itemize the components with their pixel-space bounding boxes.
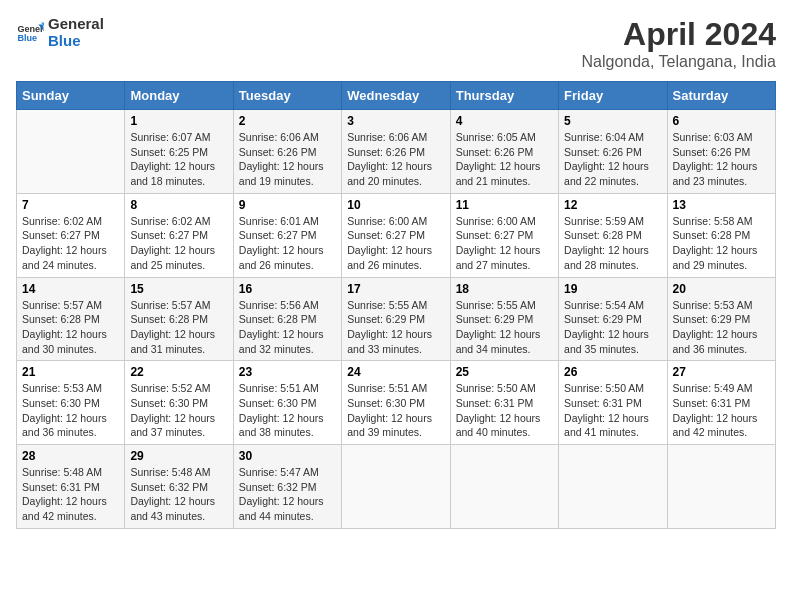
day-number: 15 [130, 282, 227, 296]
day-info: Sunrise: 6:07 AM Sunset: 6:25 PM Dayligh… [130, 130, 227, 189]
day-cell: 15Sunrise: 5:57 AM Sunset: 6:28 PM Dayli… [125, 277, 233, 361]
col-header-wednesday: Wednesday [342, 82, 450, 110]
col-header-friday: Friday [559, 82, 667, 110]
day-number: 13 [673, 198, 770, 212]
day-cell: 25Sunrise: 5:50 AM Sunset: 6:31 PM Dayli… [450, 361, 558, 445]
day-info: Sunrise: 5:55 AM Sunset: 6:29 PM Dayligh… [456, 298, 553, 357]
title-block: April 2024 Nalgonda, Telangana, India [581, 16, 776, 71]
day-cell: 6Sunrise: 6:03 AM Sunset: 6:26 PM Daylig… [667, 110, 775, 194]
day-info: Sunrise: 5:58 AM Sunset: 6:28 PM Dayligh… [673, 214, 770, 273]
logo-icon: General Blue [16, 19, 44, 47]
day-info: Sunrise: 5:53 AM Sunset: 6:29 PM Dayligh… [673, 298, 770, 357]
day-info: Sunrise: 6:06 AM Sunset: 6:26 PM Dayligh… [347, 130, 444, 189]
day-cell: 26Sunrise: 5:50 AM Sunset: 6:31 PM Dayli… [559, 361, 667, 445]
day-info: Sunrise: 5:59 AM Sunset: 6:28 PM Dayligh… [564, 214, 661, 273]
logo: General Blue General Blue [16, 16, 104, 49]
day-info: Sunrise: 5:54 AM Sunset: 6:29 PM Dayligh… [564, 298, 661, 357]
day-number: 26 [564, 365, 661, 379]
day-cell [450, 445, 558, 529]
day-number: 10 [347, 198, 444, 212]
day-cell: 7Sunrise: 6:02 AM Sunset: 6:27 PM Daylig… [17, 193, 125, 277]
day-number: 2 [239, 114, 336, 128]
day-number: 12 [564, 198, 661, 212]
day-number: 18 [456, 282, 553, 296]
svg-text:Blue: Blue [17, 33, 37, 43]
day-cell: 12Sunrise: 5:59 AM Sunset: 6:28 PM Dayli… [559, 193, 667, 277]
day-number: 16 [239, 282, 336, 296]
calendar-location: Nalgonda, Telangana, India [581, 53, 776, 71]
day-info: Sunrise: 5:57 AM Sunset: 6:28 PM Dayligh… [22, 298, 119, 357]
day-cell: 17Sunrise: 5:55 AM Sunset: 6:29 PM Dayli… [342, 277, 450, 361]
day-cell: 1Sunrise: 6:07 AM Sunset: 6:25 PM Daylig… [125, 110, 233, 194]
day-info: Sunrise: 6:00 AM Sunset: 6:27 PM Dayligh… [347, 214, 444, 273]
col-header-saturday: Saturday [667, 82, 775, 110]
day-info: Sunrise: 5:51 AM Sunset: 6:30 PM Dayligh… [239, 381, 336, 440]
day-number: 27 [673, 365, 770, 379]
day-number: 20 [673, 282, 770, 296]
day-cell: 18Sunrise: 5:55 AM Sunset: 6:29 PM Dayli… [450, 277, 558, 361]
day-info: Sunrise: 5:50 AM Sunset: 6:31 PM Dayligh… [456, 381, 553, 440]
day-cell: 10Sunrise: 6:00 AM Sunset: 6:27 PM Dayli… [342, 193, 450, 277]
day-cell: 28Sunrise: 5:48 AM Sunset: 6:31 PM Dayli… [17, 445, 125, 529]
day-cell: 29Sunrise: 5:48 AM Sunset: 6:32 PM Dayli… [125, 445, 233, 529]
day-number: 29 [130, 449, 227, 463]
day-number: 17 [347, 282, 444, 296]
day-info: Sunrise: 5:53 AM Sunset: 6:30 PM Dayligh… [22, 381, 119, 440]
day-info: Sunrise: 6:01 AM Sunset: 6:27 PM Dayligh… [239, 214, 336, 273]
day-info: Sunrise: 5:50 AM Sunset: 6:31 PM Dayligh… [564, 381, 661, 440]
day-info: Sunrise: 5:47 AM Sunset: 6:32 PM Dayligh… [239, 465, 336, 524]
day-cell: 16Sunrise: 5:56 AM Sunset: 6:28 PM Dayli… [233, 277, 341, 361]
week-row-1: 1Sunrise: 6:07 AM Sunset: 6:25 PM Daylig… [17, 110, 776, 194]
week-row-5: 28Sunrise: 5:48 AM Sunset: 6:31 PM Dayli… [17, 445, 776, 529]
day-info: Sunrise: 5:49 AM Sunset: 6:31 PM Dayligh… [673, 381, 770, 440]
page-header: General Blue General Blue April 2024 Nal… [16, 16, 776, 71]
day-number: 1 [130, 114, 227, 128]
day-info: Sunrise: 6:04 AM Sunset: 6:26 PM Dayligh… [564, 130, 661, 189]
day-info: Sunrise: 5:56 AM Sunset: 6:28 PM Dayligh… [239, 298, 336, 357]
calendar-table: SundayMondayTuesdayWednesdayThursdayFrid… [16, 81, 776, 529]
day-number: 7 [22, 198, 119, 212]
col-header-sunday: Sunday [17, 82, 125, 110]
day-cell: 11Sunrise: 6:00 AM Sunset: 6:27 PM Dayli… [450, 193, 558, 277]
day-info: Sunrise: 6:06 AM Sunset: 6:26 PM Dayligh… [239, 130, 336, 189]
col-header-tuesday: Tuesday [233, 82, 341, 110]
day-cell: 13Sunrise: 5:58 AM Sunset: 6:28 PM Dayli… [667, 193, 775, 277]
day-cell [342, 445, 450, 529]
col-header-thursday: Thursday [450, 82, 558, 110]
day-info: Sunrise: 5:48 AM Sunset: 6:32 PM Dayligh… [130, 465, 227, 524]
day-info: Sunrise: 5:52 AM Sunset: 6:30 PM Dayligh… [130, 381, 227, 440]
week-row-3: 14Sunrise: 5:57 AM Sunset: 6:28 PM Dayli… [17, 277, 776, 361]
day-cell [667, 445, 775, 529]
day-cell: 24Sunrise: 5:51 AM Sunset: 6:30 PM Dayli… [342, 361, 450, 445]
day-number: 3 [347, 114, 444, 128]
day-number: 11 [456, 198, 553, 212]
day-number: 22 [130, 365, 227, 379]
day-number: 6 [673, 114, 770, 128]
day-info: Sunrise: 6:05 AM Sunset: 6:26 PM Dayligh… [456, 130, 553, 189]
col-header-monday: Monday [125, 82, 233, 110]
day-info: Sunrise: 5:55 AM Sunset: 6:29 PM Dayligh… [347, 298, 444, 357]
day-cell: 9Sunrise: 6:01 AM Sunset: 6:27 PM Daylig… [233, 193, 341, 277]
day-number: 24 [347, 365, 444, 379]
day-number: 4 [456, 114, 553, 128]
day-cell: 5Sunrise: 6:04 AM Sunset: 6:26 PM Daylig… [559, 110, 667, 194]
day-info: Sunrise: 5:48 AM Sunset: 6:31 PM Dayligh… [22, 465, 119, 524]
day-cell [559, 445, 667, 529]
day-info: Sunrise: 5:57 AM Sunset: 6:28 PM Dayligh… [130, 298, 227, 357]
day-number: 9 [239, 198, 336, 212]
day-number: 8 [130, 198, 227, 212]
logo-blue: Blue [48, 33, 104, 50]
day-cell: 20Sunrise: 5:53 AM Sunset: 6:29 PM Dayli… [667, 277, 775, 361]
logo-general: General [48, 16, 104, 33]
day-number: 14 [22, 282, 119, 296]
day-number: 30 [239, 449, 336, 463]
day-cell: 23Sunrise: 5:51 AM Sunset: 6:30 PM Dayli… [233, 361, 341, 445]
day-info: Sunrise: 6:00 AM Sunset: 6:27 PM Dayligh… [456, 214, 553, 273]
day-cell: 30Sunrise: 5:47 AM Sunset: 6:32 PM Dayli… [233, 445, 341, 529]
day-info: Sunrise: 6:03 AM Sunset: 6:26 PM Dayligh… [673, 130, 770, 189]
day-cell: 4Sunrise: 6:05 AM Sunset: 6:26 PM Daylig… [450, 110, 558, 194]
day-info: Sunrise: 5:51 AM Sunset: 6:30 PM Dayligh… [347, 381, 444, 440]
day-number: 28 [22, 449, 119, 463]
day-cell [17, 110, 125, 194]
day-number: 21 [22, 365, 119, 379]
